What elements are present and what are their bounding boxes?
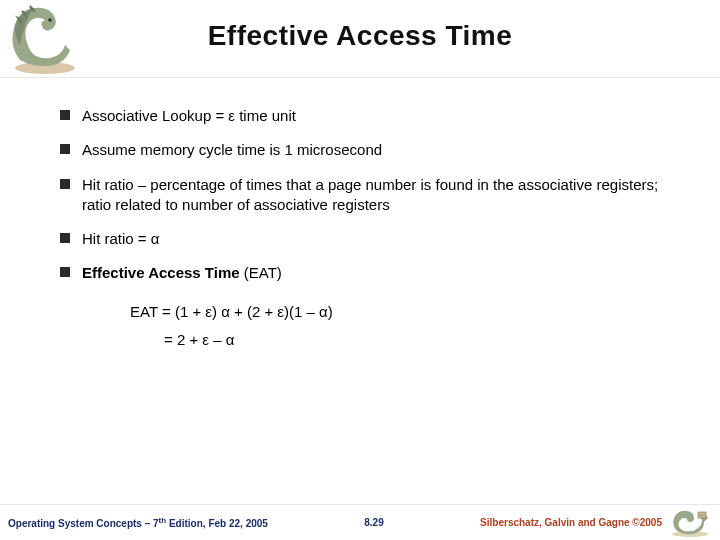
svg-point-1: [48, 18, 52, 22]
bullet-text: Effective Access Time (EAT): [82, 263, 282, 283]
footer-bar: Operating System Concepts – 7th Edition,…: [0, 504, 720, 540]
bullet-text: Assume memory cycle time is 1 microsecon…: [82, 140, 382, 160]
dinosaur-logo-icon: [0, 0, 82, 76]
bullet-square-icon: [60, 144, 70, 154]
footer-left: Operating System Concepts – 7th Edition,…: [8, 516, 268, 529]
content-area: Associative Lookup = ε time unit Assume …: [0, 78, 720, 355]
formula-line: EAT = (1 + ε) α + (2 + ε)(1 – α): [130, 298, 672, 327]
list-item: Hit ratio = α: [60, 229, 672, 249]
bullet-square-icon: [60, 179, 70, 189]
slide-number: 8.29: [364, 517, 383, 528]
bullet-square-icon: [60, 233, 70, 243]
bullet-text: Associative Lookup = ε time unit: [82, 106, 296, 126]
list-item: Effective Access Time (EAT): [60, 263, 672, 283]
page-title: Effective Access Time: [0, 0, 720, 52]
bullet-text: Hit ratio = α: [82, 229, 159, 249]
dinosaur-footer-icon: [668, 508, 712, 538]
bullet-square-icon: [60, 267, 70, 277]
bullet-text: Hit ratio – percentage of times that a p…: [82, 175, 672, 216]
list-item: Assume memory cycle time is 1 microsecon…: [60, 140, 672, 160]
list-item: Associative Lookup = ε time unit: [60, 106, 672, 126]
list-item: Hit ratio – percentage of times that a p…: [60, 175, 672, 216]
formula-block: EAT = (1 + ε) α + (2 + ε)(1 – α) = 2 + ε…: [130, 298, 672, 355]
bullet-square-icon: [60, 110, 70, 120]
footer-right: Silberschatz, Galvin and Gagne ©2005: [480, 508, 712, 538]
formula-line: = 2 + ε – α: [164, 326, 672, 355]
copyright-text: Silberschatz, Galvin and Gagne ©2005: [480, 517, 662, 528]
header-bar: Effective Access Time: [0, 0, 720, 78]
